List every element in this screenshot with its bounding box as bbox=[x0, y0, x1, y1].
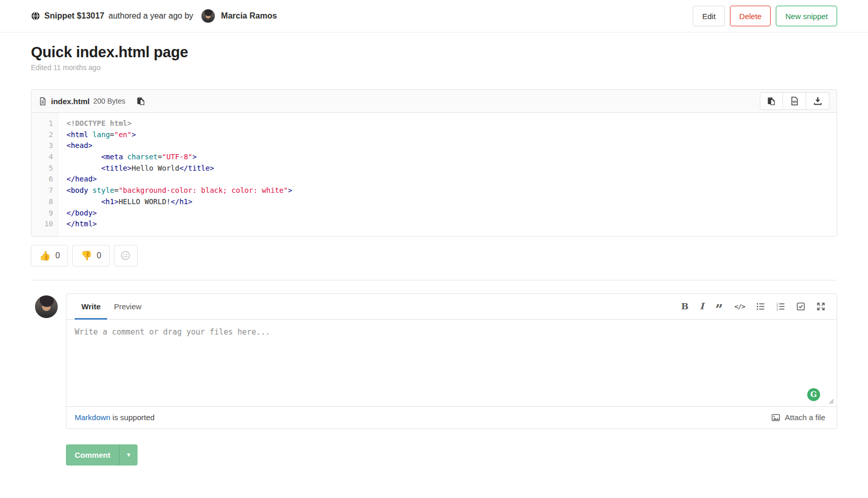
chevron-down-icon: ▼ bbox=[126, 452, 131, 458]
open-raw-button[interactable] bbox=[783, 92, 806, 110]
clipboard-icon bbox=[137, 96, 145, 106]
grammarly-icon[interactable]: G bbox=[807, 388, 820, 401]
markdown-body: G bbox=[66, 320, 837, 406]
italic-icon: I bbox=[700, 301, 704, 311]
line-number[interactable]: 1 bbox=[31, 118, 53, 129]
file-header: index.html 200 Bytes bbox=[31, 90, 837, 113]
fullscreen-icon bbox=[816, 302, 825, 311]
bold-button[interactable]: B bbox=[678, 297, 691, 315]
task-list-button[interactable] bbox=[793, 297, 808, 315]
thumbs-up-button[interactable]: 👍 0 bbox=[31, 245, 68, 267]
section-divider bbox=[31, 280, 837, 280]
resize-handle-icon[interactable] bbox=[829, 399, 834, 404]
new-snippet-button[interactable]: New snippet bbox=[776, 6, 837, 26]
code-viewer: 12345678910 <!DOCTYPE html><html lang="e… bbox=[31, 113, 837, 236]
code-line: <body style="background-color: black; co… bbox=[66, 185, 828, 196]
tab-write[interactable]: Write bbox=[75, 294, 107, 319]
markdown-support-note: Markdown is supported bbox=[75, 413, 155, 422]
line-number[interactable]: 6 bbox=[31, 174, 53, 185]
open-raw-icon bbox=[790, 96, 799, 106]
document-icon bbox=[39, 97, 47, 106]
current-user-avatar bbox=[35, 295, 58, 318]
markdown-link[interactable]: Markdown bbox=[75, 413, 110, 422]
authored-text: authored a year ago by bbox=[109, 11, 194, 21]
code-line: <h1>HELLO WORLD!</h1> bbox=[66, 196, 828, 208]
code-line: </head> bbox=[66, 174, 828, 185]
thumbs-down-icon: 👎 bbox=[80, 251, 92, 260]
markdown-header: Write Preview B I ” </> bbox=[66, 294, 837, 320]
file-name: index.html bbox=[51, 97, 90, 106]
attach-file-button[interactable]: Attach a file bbox=[768, 412, 828, 423]
image-attachment-icon bbox=[771, 413, 780, 422]
file-size: 200 Bytes bbox=[93, 97, 125, 105]
page-title: Quick index.html page bbox=[31, 44, 837, 61]
code-line: <title>Hello World</title> bbox=[66, 163, 828, 174]
copy-contents-button[interactable] bbox=[760, 92, 783, 110]
code-line: <meta charset="UTF-8"> bbox=[66, 152, 828, 163]
comment-textarea[interactable] bbox=[66, 320, 837, 406]
line-number[interactable]: 3 bbox=[31, 140, 53, 152]
attach-file-label: Attach a file bbox=[785, 413, 825, 422]
thumbs-down-count: 0 bbox=[97, 251, 101, 260]
task-list-icon bbox=[796, 302, 805, 311]
italic-button[interactable]: I bbox=[697, 297, 707, 315]
copy-contents-icon bbox=[767, 96, 776, 106]
edit-button[interactable]: Edit bbox=[693, 6, 725, 26]
comment-submit-button[interactable]: Comment bbox=[66, 444, 119, 466]
author-avatar[interactable] bbox=[201, 9, 215, 23]
tab-preview[interactable]: Preview bbox=[107, 294, 148, 319]
comment-composer-row: Write Preview B I ” </> bbox=[31, 293, 837, 429]
line-number[interactable]: 8 bbox=[31, 196, 53, 208]
thumbs-down-button[interactable]: 👎 0 bbox=[72, 245, 109, 267]
line-number-gutter: 12345678910 bbox=[31, 113, 58, 236]
snippet-id-label: Snippet $13017 bbox=[44, 11, 105, 21]
snippet-page: Quick index.html page Edited 11 months a… bbox=[0, 44, 868, 466]
author-name-link[interactable]: Marcia Ramos bbox=[221, 11, 277, 21]
snippet-actions: Edit Delete New snippet bbox=[693, 6, 837, 26]
thumbs-up-icon: 👍 bbox=[39, 251, 50, 260]
code-line: <!DOCTYPE html> bbox=[66, 118, 828, 129]
code-icon: </> bbox=[735, 303, 745, 310]
line-number[interactable]: 7 bbox=[31, 185, 53, 196]
comment-submit-dropdown-button[interactable]: ▼ bbox=[119, 444, 138, 466]
edited-timestamp: Edited 11 months ago bbox=[31, 63, 837, 72]
svg-text:3: 3 bbox=[776, 308, 778, 311]
quote-button[interactable]: ” bbox=[712, 297, 726, 315]
line-number[interactable]: 4 bbox=[31, 152, 53, 163]
line-number[interactable]: 9 bbox=[31, 208, 53, 219]
code-line: <html lang="en"> bbox=[66, 129, 828, 141]
download-button[interactable] bbox=[806, 92, 829, 110]
line-number[interactable]: 10 bbox=[31, 219, 53, 230]
snippet-meta: Snippet $13017 authored a year ago by Ma… bbox=[31, 9, 277, 23]
bullet-list-icon bbox=[756, 302, 765, 311]
line-number[interactable]: 2 bbox=[31, 129, 53, 141]
file-card: index.html 200 Bytes bbox=[31, 89, 837, 237]
quote-icon: ” bbox=[716, 301, 723, 312]
line-number[interactable]: 5 bbox=[31, 163, 53, 174]
bullet-list-button[interactable] bbox=[753, 297, 768, 315]
award-emoji-row: 👍 0 👎 0 bbox=[31, 245, 837, 267]
fullscreen-button[interactable] bbox=[813, 297, 828, 315]
comment-submit-group: Comment ▼ bbox=[66, 444, 138, 466]
comment-box: Write Preview B I ” </> bbox=[66, 293, 837, 429]
copy-file-path-button[interactable] bbox=[135, 95, 146, 107]
file-actions-group bbox=[760, 92, 829, 110]
code-line: </html> bbox=[66, 219, 828, 230]
code-content: <!DOCTYPE html><html lang="en"><head> <m… bbox=[58, 113, 837, 236]
snippet-header: Snippet $13017 authored a year ago by Ma… bbox=[0, 0, 868, 32]
bold-icon: B bbox=[681, 301, 688, 311]
add-reaction-button[interactable] bbox=[114, 245, 138, 267]
markdown-footer: Markdown is supported Attach a file bbox=[66, 406, 837, 428]
numbered-list-icon: 1 2 3 bbox=[776, 302, 785, 311]
download-icon bbox=[813, 96, 822, 106]
insert-code-button[interactable]: </> bbox=[731, 297, 748, 315]
thumbs-up-count: 0 bbox=[55, 251, 60, 260]
code-line: <head> bbox=[66, 140, 828, 152]
delete-button[interactable]: Delete bbox=[730, 6, 771, 26]
globe-icon bbox=[31, 11, 40, 21]
numbered-list-button[interactable]: 1 2 3 bbox=[773, 297, 788, 315]
smiley-icon bbox=[121, 251, 130, 260]
markdown-toolbar: B I ” </> bbox=[678, 294, 828, 319]
code-line: </body> bbox=[66, 208, 828, 219]
